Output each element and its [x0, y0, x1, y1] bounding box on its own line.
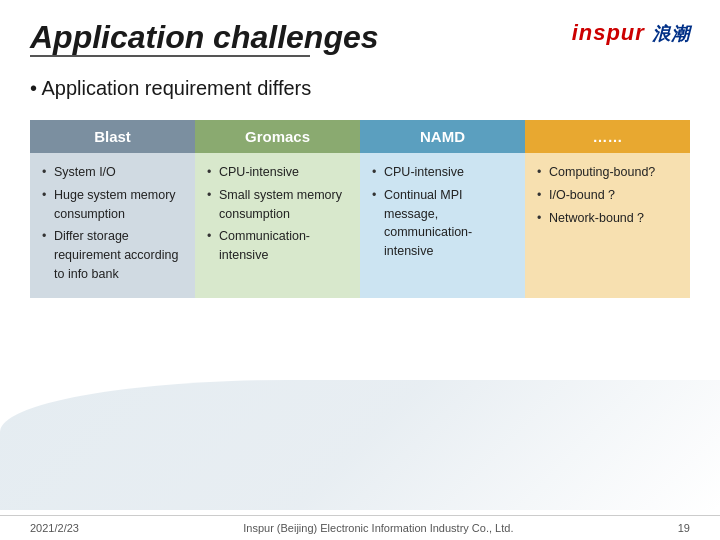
title-underline	[30, 55, 310, 57]
logo-inspur: inspur	[572, 20, 645, 45]
logo-area: inspur 浪潮	[572, 20, 690, 46]
title-area: Application challenges	[30, 20, 379, 69]
card-gromacs: Gromacs CPU-intensive Small system memor…	[195, 120, 360, 298]
card-dots: …… Computing-bound? I/O-bound？ Network-b…	[525, 120, 690, 298]
list-item: Small system memory consumption	[207, 186, 348, 224]
list-item: Network-bound？	[537, 209, 678, 228]
footer-page: 19	[678, 522, 690, 534]
cards-grid: Blast System I/O Huge system memory cons…	[30, 120, 690, 298]
card-namd-list: CPU-intensive Continual MPI message, com…	[372, 163, 513, 261]
card-namd-header: NAMD	[360, 120, 525, 153]
list-item: Communication-intensive	[207, 227, 348, 265]
list-item: Huge system memory consumption	[42, 186, 183, 224]
card-gromacs-body: CPU-intensive Small system memory consum…	[195, 153, 360, 298]
list-item: CPU-intensive	[372, 163, 513, 182]
page-title: Application challenges	[30, 20, 379, 55]
footer-date: 2021/2/23	[30, 522, 79, 534]
card-dots-list: Computing-bound? I/O-bound？ Network-boun…	[537, 163, 678, 227]
card-blast-body: System I/O Huge system memory consumptio…	[30, 153, 195, 298]
list-item: System I/O	[42, 163, 183, 182]
background-decoration	[0, 380, 720, 510]
card-blast-list: System I/O Huge system memory consumptio…	[42, 163, 183, 284]
card-gromacs-header: Gromacs	[195, 120, 360, 153]
card-dots-body: Computing-bound? I/O-bound？ Network-boun…	[525, 153, 690, 298]
list-item: I/O-bound？	[537, 186, 678, 205]
logo-text: inspur 浪潮	[572, 20, 690, 46]
card-dots-header: ……	[525, 120, 690, 153]
page-container: Application challenges inspur 浪潮 • Appli…	[0, 0, 720, 298]
logo-chinese: 浪潮	[652, 24, 690, 44]
footer-company: Inspur (Beijing) Electronic Information …	[243, 522, 513, 534]
card-blast-header: Blast	[30, 120, 195, 153]
card-gromacs-list: CPU-intensive Small system memory consum…	[207, 163, 348, 265]
list-item: Differ storage requirement according to …	[42, 227, 183, 283]
header: Application challenges inspur 浪潮	[30, 20, 690, 69]
footer: 2021/2/23 Inspur (Beijing) Electronic In…	[0, 515, 720, 540]
list-item: Continual MPI message, communication-int…	[372, 186, 513, 261]
subtitle: • Application requirement differs	[30, 77, 690, 100]
list-item: Computing-bound?	[537, 163, 678, 182]
card-blast: Blast System I/O Huge system memory cons…	[30, 120, 195, 298]
card-namd: NAMD CPU-intensive Continual MPI message…	[360, 120, 525, 298]
list-item: CPU-intensive	[207, 163, 348, 182]
card-namd-body: CPU-intensive Continual MPI message, com…	[360, 153, 525, 298]
